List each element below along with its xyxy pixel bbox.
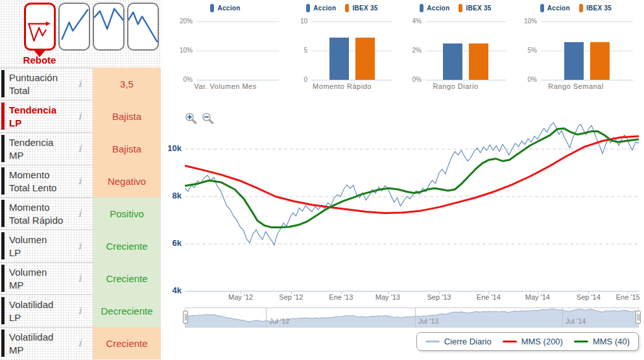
- indicator-row-6[interactable]: VolumenMPiCreciente: [0, 262, 161, 294]
- info-icon[interactable]: i: [75, 78, 84, 90]
- legend-label: Accion: [313, 5, 336, 12]
- app-root: Rebote PuntuaciónTotali3,5TendenciaLPiBa…: [0, 0, 644, 360]
- indicator-label-line2: Total: [9, 84, 30, 95]
- legend-label: IBEX 35: [352, 5, 377, 12]
- bar-accion: [564, 42, 584, 80]
- indicator-row-8[interactable]: VolatilidadMPiCreciente: [0, 327, 161, 359]
- bar-accion: [329, 38, 349, 80]
- indicator-label: MomentoTotal Rápido: [9, 201, 63, 226]
- pattern-card-downtrend[interactable]: [127, 3, 159, 51]
- y-axis-label: 4k: [161, 285, 182, 295]
- x-axis-tick: [488, 291, 489, 294]
- indicator-value: Decreciente: [93, 294, 161, 327]
- legend-label: IBEX 35: [586, 5, 612, 12]
- y-tick-label: 5: [285, 47, 307, 54]
- legend-item[interactable]: Accion: [210, 4, 240, 12]
- indicator-value: Bajista: [93, 132, 161, 165]
- navigator-right-handle[interactable]: [636, 311, 641, 324]
- mini-chart-legend: AccionIBEX 35: [399, 4, 512, 12]
- legend-item[interactable]: IBEX 35: [579, 4, 612, 12]
- pattern-card-uptrend[interactable]: [58, 3, 90, 51]
- indicator-label-line1: Volumen: [9, 234, 47, 245]
- mini-chart-legend: AccionIBEX 35: [285, 4, 399, 12]
- indicator-marker: [1, 167, 5, 195]
- gridline: [425, 80, 506, 80]
- legend-marker-icon: [306, 4, 310, 12]
- indicator-row-7[interactable]: VolatilidadLPiDecreciente: [0, 294, 161, 327]
- info-icon[interactable]: i: [75, 272, 84, 284]
- arrow-right-icon: [46, 21, 51, 26]
- mini-chart-1: AccionIBEX 351050Momento Rápido: [285, 0, 399, 97]
- indicator-label-line2: MP: [9, 344, 24, 355]
- indicator-label: TendenciaMP: [9, 136, 53, 162]
- gridline: [425, 51, 506, 51]
- indicator-list: PuntuaciónTotali3,5TendenciaLPiBajistaTe…: [0, 67, 161, 359]
- pattern-card-double-top[interactable]: [93, 3, 125, 51]
- legend-item[interactable]: IBEX 35: [345, 4, 377, 12]
- indicator-sidebar: Rebote PuntuaciónTotali3,5TendenciaLPiBa…: [0, 0, 161, 360]
- indicator-label-line1: Tendencia: [9, 137, 53, 148]
- price-chart[interactable]: [185, 117, 639, 292]
- y-tick-label: 20%: [165, 18, 193, 25]
- indicator-row-2[interactable]: TendenciaMPiBajista: [0, 132, 161, 165]
- legend-item[interactable]: IBEX 35: [459, 4, 491, 12]
- selected-pattern-label: Rebote: [12, 54, 67, 66]
- bar-ibex-35: [590, 42, 610, 80]
- gridline: [425, 21, 506, 22]
- indicator-label: VolumenLP: [9, 234, 47, 259]
- indicator-value: Negativo: [93, 165, 161, 197]
- gridline: [197, 80, 279, 80]
- gridline: [197, 21, 279, 22]
- info-icon[interactable]: i: [75, 240, 84, 252]
- legend-item[interactable]: MMS (200): [503, 337, 563, 346]
- info-icon[interactable]: i: [75, 110, 84, 122]
- chart-legend: Cierre DiarioMMS (200)MMS (40): [416, 332, 639, 351]
- info-icon[interactable]: i: [75, 143, 84, 154]
- legend-marker-icon: [540, 4, 544, 12]
- mini-chart-title: Rango Semanal: [512, 82, 639, 90]
- indicator-marker: [1, 70, 5, 97]
- indicator-row-1[interactable]: TendenciaLPiBajista: [0, 100, 161, 132]
- navigator-month-label: Jul '12: [269, 317, 289, 325]
- bar-ibex-35: [355, 38, 375, 80]
- indicator-label: MomentoTotal Lento: [9, 169, 56, 194]
- mini-chart-title: Momento Rápido: [285, 82, 399, 90]
- legend-item[interactable]: Cierre Diario: [425, 337, 492, 346]
- legend-item[interactable]: Accion: [540, 4, 570, 12]
- indicator-marker: [1, 330, 5, 357]
- navigator-left-handle[interactable]: [183, 311, 188, 324]
- indicator-label-line2: Total Lento: [9, 182, 56, 193]
- indicator-label-line2: MP: [9, 149, 24, 160]
- mini-chart-0: Accion20%10%0%Var. Volumen Mes: [165, 0, 285, 97]
- indicator-label: PuntuaciónTotal: [9, 71, 58, 97]
- pattern-card-rebote[interactable]: [24, 3, 56, 51]
- info-icon[interactable]: i: [75, 305, 84, 317]
- legend-item[interactable]: Accion: [306, 4, 336, 12]
- x-axis-tick: [241, 291, 241, 294]
- indicator-row-0[interactable]: PuntuaciónTotali3,5: [0, 67, 161, 100]
- x-axis-tick: [628, 291, 628, 294]
- legend-item[interactable]: MMS (40): [574, 337, 630, 346]
- navigator-month-label: Jul '14: [566, 317, 586, 325]
- indicator-row-3[interactable]: MomentoTotal LentoiNegativo: [0, 165, 161, 197]
- legend-line-icon: [503, 341, 517, 342]
- navigator[interactable]: Jul '12Jul '13Jul '14: [185, 307, 639, 328]
- legend-label: IBEX 35: [466, 5, 491, 12]
- y-axis-label: 10k: [161, 143, 182, 153]
- info-icon[interactable]: i: [75, 175, 84, 187]
- indicator-row-5[interactable]: VolumenLPiCreciente: [0, 230, 161, 262]
- indicator-marker: [1, 232, 5, 259]
- double-top-pattern-icon: [94, 4, 123, 49]
- indicator-value: Creciente: [93, 327, 161, 359]
- info-icon[interactable]: i: [75, 208, 84, 219]
- info-icon[interactable]: i: [75, 337, 84, 349]
- indicator-value: Bajista: [93, 100, 161, 132]
- legend-item[interactable]: Accion: [420, 4, 449, 12]
- legend-marker-icon: [210, 4, 214, 12]
- legend-label: Cierre Diario: [444, 337, 492, 346]
- x-axis-label: Ene '15: [608, 293, 644, 301]
- navigator-month-line: [415, 308, 416, 327]
- indicator-label: VolatilidadLP: [9, 298, 53, 324]
- indicator-row-4[interactable]: MomentoTotal RápidoiPositivo: [0, 197, 161, 230]
- rebote-pattern-icon: [26, 5, 54, 49]
